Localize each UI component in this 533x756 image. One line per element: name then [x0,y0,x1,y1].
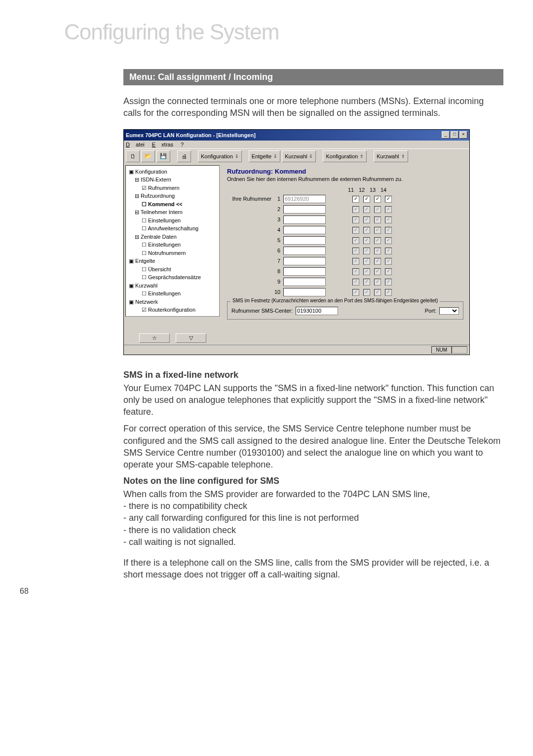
rufnummer-input-7[interactable] [283,257,326,265]
col-11: 11 [345,187,356,193]
nav-down-button[interactable]: ▽ [176,333,206,343]
save-icon[interactable]: 💾 [156,150,170,162]
close-button[interactable]: × [459,131,467,139]
number-row-1: Ihre Rufnummer 1 ✓ ✓ ✓ ✓ [227,195,463,203]
tree-uebersicht[interactable]: ☐ Übersicht [127,265,218,274]
section-heading: Menu: Call assignment / Incoming [123,69,503,85]
konfiguration-upload-button[interactable]: Konfiguration⇧ [323,150,367,162]
tree-netzwerk[interactable]: ▣ Netzwerk [127,298,218,306]
konfiguration-download-button[interactable]: Konfiguration⇩ [198,150,242,162]
tree-view[interactable]: ▣ Konfiguration ⊟ ISDN-Extern ☑ Rufnumme… [125,165,220,317]
number-row-3: 3 ✓✓✓✓ [227,216,463,224]
number-row-4: 4 ✓✓✓✓ [227,226,463,234]
tree-gespraechsdatensaetze[interactable]: ☐ Gesprächsdatensätze [127,273,218,282]
tree-rufnummern[interactable]: ☑ Rufnummern [127,184,218,192]
config-window: Eumex 704PC LAN Konfiguration - [Einstel… [123,129,470,355]
tree-einstellungen-2[interactable]: ☐ Einstellungen [127,241,218,249]
sms-paragraph-1: Your Eumex 704PC LAN supports the "SMS i… [123,382,503,418]
checkbox-1-12[interactable]: ✓ [363,196,370,203]
notes-item-3: - there is no validation check [123,524,503,536]
title-bar: Eumex 704PC LAN Konfiguration - [Einstel… [124,130,469,141]
tree-kommend[interactable]: ☐ Kommend << [127,200,218,209]
port-label: Port: [425,308,436,314]
kurzwahl-download-button[interactable]: Kurzwahl⇩ [282,150,316,162]
status-num: NUM [431,346,452,354]
menu-help[interactable]: ? [181,142,184,147]
checkbox-1-14[interactable]: ✓ [385,196,392,203]
number-row-6: 6 ✓✓✓✓ [227,247,463,255]
entgelte-download-button[interactable]: Entgelte⇩ [249,150,280,162]
rufnummer-input-8[interactable] [283,267,326,276]
port-select[interactable] [439,307,459,315]
window-title: Eumex 704PC LAN Konfiguration - [Einstel… [126,132,256,138]
notes-item-1: - there is no compatibility check [123,500,503,512]
number-row-9: 9 ✓✓✓✓ [227,278,463,286]
sms-groupbox: SMS im Festnetz (Kurznachrichten werden … [227,301,463,320]
panel-heading: Rufzuordnung: Kommend [227,168,463,175]
sms-section-title: SMS in a fixed-line network [123,370,503,380]
rufnummer-input-6[interactable] [283,247,326,255]
sms-legend: SMS im Festnetz (Kurznachrichten werden … [230,298,440,303]
notes-item-2: - any call forwarding configured for thi… [123,512,503,524]
page-number: 68 [20,587,29,596]
rufnummer-input-1[interactable] [283,195,326,203]
settings-panel: Rufzuordnung: Kommend Ordnen Sie hier de… [221,164,469,345]
checkbox-2-13: ✓ [374,206,381,213]
sms-paragraph-2: For correct operation of this service, t… [123,423,503,470]
sms-center-input[interactable] [296,307,338,315]
toolbar: 🗋 📂 💾 🖨 Konfiguration⇩ Entgelte⇩ Kurzwah… [124,148,469,164]
checkbox-1-11[interactable]: ✓ [352,196,359,203]
tree-rufzuordnung[interactable]: ⊟ Rufzuordnung [127,192,218,200]
print-icon[interactable]: 🖨 [177,150,191,162]
number-row-7: 7 ✓✓✓✓ [227,257,463,265]
rufnummer-input-4[interactable] [283,226,326,234]
notes-intro: When calls from the SMS provider are for… [123,488,503,500]
tree-zentrale-daten[interactable]: ⊟ Zentrale Daten [127,233,218,241]
new-icon[interactable]: 🗋 [126,150,140,162]
tree-routerkonfiguration[interactable]: ☑ Routerkonfiguration [127,306,218,314]
tree-konfiguration[interactable]: ▣ Konfiguration [127,168,218,176]
checkbox-2-12: ✓ [363,206,370,213]
tree-entgelte[interactable]: ▣ Entgelte [127,257,218,265]
nav-up-button[interactable]: ☆ [139,333,170,343]
status-bar: NUM [124,345,469,355]
col-13: 13 [367,187,378,193]
number-row-2: 2 ✓ ✓ ✓ ✓ [227,205,463,214]
maximize-button[interactable]: □ [451,131,458,139]
notes-section-title: Notes on the line configured for SMS [123,476,503,486]
panel-subheading: Ordnen Sie hier den internen Rufnummern … [227,176,463,182]
col-14: 14 [378,187,389,193]
number-row-8: 8 ✓✓✓✓ [227,267,463,276]
intro-paragraph: Assign the connected terminals one or mo… [123,95,503,119]
rufnummer-input-3[interactable] [283,216,326,224]
checkbox-1-13[interactable]: ✓ [374,196,381,203]
checkbox-2-14: ✓ [385,206,392,213]
rufnummer-input-10[interactable] [283,288,326,296]
col-12: 12 [356,187,367,193]
tree-anrufweiterschaltung[interactable]: ☐ Anrufweiterschaltung [127,224,218,233]
notes-item-4: - call waiting is not signalled. [123,536,503,548]
tree-einstellungen-3[interactable]: ☐ Einstellungen [127,289,218,298]
kurzwahl-upload-button[interactable]: Kurzwahl⇧ [374,150,408,162]
menu-datei[interactable]: DDateiatei [126,142,145,147]
notes-paragraph-2: If there is a telephone call on the SMS … [123,557,503,581]
checkbox-2-11: ✓ [352,206,359,213]
sms-center-label: Rufnummer SMS-Center: [231,308,293,314]
chapter-title: Configuring the System [64,20,503,44]
rufnummer-input-9[interactable] [283,278,326,286]
menu-bar: DDateiatei Extras ? [124,141,469,148]
number-row-10: 10 ✓✓✓✓ [227,288,463,296]
number-row-5: 5 ✓✓✓✓ [227,236,463,245]
rufnummer-input-2[interactable] [283,205,326,214]
tree-isdn-extern[interactable]: ⊟ ISDN-Extern [127,176,218,184]
minimize-button[interactable]: _ [442,131,450,139]
tree-notrufnummern[interactable]: ☐ Notrufnummern [127,249,218,257]
menu-extras[interactable]: Extras [152,142,173,147]
tree-kurzwahl[interactable]: ▣ Kurzwahl [127,282,218,290]
tree-teilnehmer-intern[interactable]: ⊟ Teilnehmer Intern [127,208,218,216]
rufnummer-input-5[interactable] [283,236,326,245]
open-icon[interactable]: 📂 [141,150,155,162]
tree-einstellungen-1[interactable]: ☐ Einstellungen [127,216,218,225]
